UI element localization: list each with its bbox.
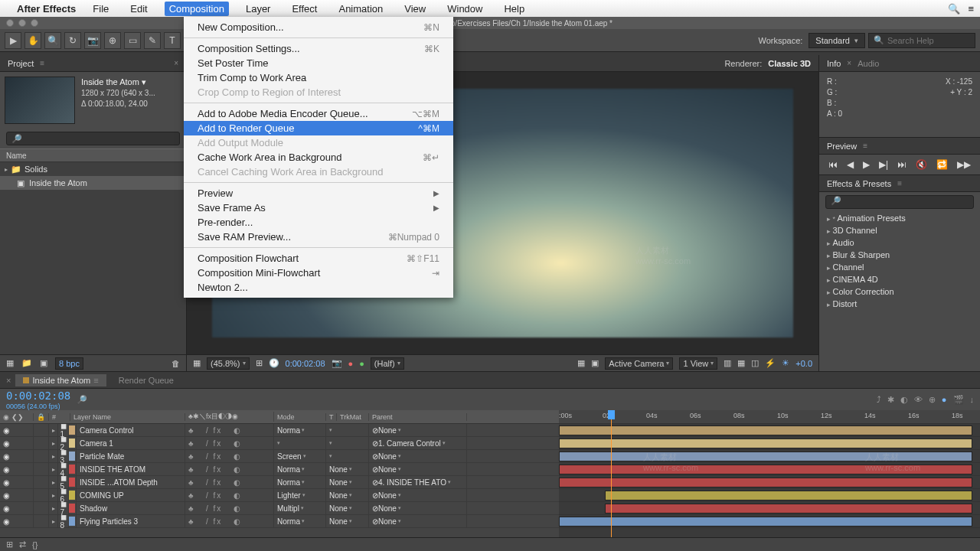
- project-tab[interactable]: Project: [8, 59, 34, 68]
- layer-row[interactable]: ◉▸◼ 2Camera 1♣ / fx ◐▾ ▾⊘ 1. Camera Cont…: [0, 437, 559, 450]
- menu-item[interactable]: Trim Comp to Work Area: [184, 70, 453, 85]
- menu-item[interactable]: Pre-render...: [184, 215, 453, 230]
- menu-item[interactable]: Save RAM Preview...⌘Numpad 0: [184, 230, 453, 244]
- audio-tab[interactable]: Audio: [858, 59, 879, 68]
- visibility-icon[interactable]: ◉: [3, 465, 10, 474]
- visibility-icon[interactable]: ◉: [3, 504, 10, 513]
- resolution-dropdown[interactable]: (Half)▾: [371, 357, 404, 370]
- play-icon[interactable]: ▶: [863, 159, 870, 170]
- effects-item[interactable]: Blur & Sharpen: [819, 249, 980, 261]
- effects-tab[interactable]: Effects & Presets: [827, 179, 891, 188]
- menu-item[interactable]: Add to Adobe Media Encoder Queue...⌥⌘M: [184, 106, 453, 121]
- selection-tool-icon[interactable]: ▶: [5, 32, 21, 49]
- menu-item[interactable]: Composition Mini-Flowchart⇥: [184, 266, 453, 280]
- timeline-tab-comp[interactable]: Inside the Atom≡: [15, 374, 106, 386]
- renderer-value[interactable]: Classic 3D: [768, 59, 811, 68]
- menu-file[interactable]: File: [88, 2, 113, 16]
- panel-close-icon[interactable]: ×: [174, 59, 178, 67]
- preview-tab[interactable]: Preview: [827, 142, 857, 151]
- effects-item[interactable]: Color Correction: [819, 285, 980, 298]
- new-folder-icon[interactable]: 📁: [21, 358, 32, 368]
- effects-item[interactable]: Animation Presets: [819, 212, 980, 224]
- pen-tool-icon[interactable]: ✎: [144, 32, 161, 49]
- rotate-tool-icon[interactable]: ↻: [64, 32, 81, 49]
- pan-behind-tool-icon[interactable]: ⊕: [104, 32, 121, 49]
- menu-item[interactable]: Set Poster Time: [184, 56, 453, 70]
- tl-opt7-icon[interactable]: 🎬: [953, 395, 964, 405]
- search-help[interactable]: 🔍: [868, 33, 975, 48]
- grid-icon[interactable]: ▦: [193, 358, 201, 368]
- menu-animation[interactable]: Animation: [334, 2, 387, 16]
- layer-bar[interactable]: [559, 465, 972, 474]
- exposure-value[interactable]: +0.0: [795, 359, 812, 368]
- project-search[interactable]: 🔎: [6, 132, 180, 145]
- views-dropdown[interactable]: 1 View▾: [679, 357, 717, 370]
- tl-opt3-icon[interactable]: ◐: [900, 395, 908, 405]
- layer-bar[interactable]: [559, 425, 972, 435]
- snapshot-icon[interactable]: 📷: [332, 358, 342, 368]
- 3d-icon[interactable]: ▣: [591, 358, 599, 368]
- tl-opt2-icon[interactable]: ✱: [887, 395, 894, 405]
- hand-tool-icon[interactable]: ✋: [24, 32, 41, 49]
- layer-bar[interactable]: [605, 504, 972, 514]
- tl-opt6-icon[interactable]: ●: [942, 395, 947, 404]
- layer-bar[interactable]: [559, 478, 972, 487]
- layer-row[interactable]: ◉▸◼ 8Flying Particles 3♣ / fx ◐Norma▾Non…: [0, 515, 559, 528]
- close-window-icon[interactable]: [6, 19, 14, 27]
- effects-item[interactable]: Audio: [819, 236, 980, 249]
- timeline-timecode[interactable]: 0:00:02:08: [6, 390, 70, 402]
- menu-item[interactable]: New Composition...⌘N: [184, 20, 453, 34]
- tl-opt1-icon[interactable]: ⤴: [877, 395, 881, 404]
- preview-menu-icon[interactable]: ≡: [863, 142, 867, 150]
- shape-tool-icon[interactable]: ▭: [124, 32, 141, 49]
- menu-window[interactable]: Window: [443, 2, 487, 16]
- layer-row[interactable]: ◉▸◼ 5INSIDE ...ATOM Depth♣ / fx ◐Norma▾N…: [0, 476, 559, 489]
- interp-icon[interactable]: ▦: [6, 358, 14, 368]
- project-item-comp[interactable]: ▣ Inside the Atom: [0, 176, 186, 190]
- menu-composition[interactable]: Composition: [165, 2, 229, 16]
- new-comp-icon[interactable]: ▣: [40, 358, 47, 368]
- effects-item[interactable]: Channel: [819, 261, 980, 273]
- comp-name[interactable]: Inside the Atom ▾: [81, 77, 155, 88]
- visibility-icon[interactable]: ◉: [3, 426, 10, 435]
- clock-icon[interactable]: 🕐: [269, 358, 279, 368]
- menu-view[interactable]: View: [400, 2, 430, 16]
- channel-icon[interactable]: ●: [348, 359, 354, 368]
- menu-item[interactable]: Cache Work Area in Background⌘↵: [184, 150, 453, 165]
- menu-item[interactable]: Composition Settings...⌘K: [184, 41, 453, 56]
- visibility-icon[interactable]: ◉: [3, 452, 10, 461]
- layer-row[interactable]: ◉▸◼ 7Shadow♣ / fx ◐Multipl▾None ▾⊘ None▾: [0, 502, 559, 515]
- menu-layer[interactable]: Layer: [241, 2, 276, 16]
- camera-tool-icon[interactable]: 📷: [84, 32, 101, 49]
- zoom-dropdown[interactable]: (45.8%)▾: [207, 357, 250, 370]
- search-help-input[interactable]: [887, 36, 970, 45]
- trash-icon[interactable]: 🗑: [172, 359, 180, 368]
- ram-preview-icon[interactable]: ▶▶: [957, 159, 971, 170]
- playhead[interactable]: [611, 410, 612, 537]
- first-frame-icon[interactable]: ⏮: [828, 159, 838, 170]
- menu-item[interactable]: Add to Render Queue^⌘M: [184, 121, 453, 135]
- effects-item[interactable]: CINEMA 4D: [819, 273, 980, 285]
- channel2-icon[interactable]: ●: [359, 359, 364, 368]
- layer-bar[interactable]: [559, 439, 972, 448]
- bpc-button[interactable]: 8 bpc: [55, 357, 83, 370]
- viewer-timecode[interactable]: 0:00:02:08: [286, 359, 325, 368]
- pixel-aspect-icon[interactable]: ◫: [751, 358, 759, 368]
- menu-item[interactable]: Composition Flowchart⌘⇧F11: [184, 251, 453, 266]
- panel-menu-icon[interactable]: ≡: [40, 59, 44, 67]
- tl-toggle2-icon[interactable]: ⇄: [19, 540, 26, 549]
- tl-search-icon[interactable]: 🔎: [77, 395, 87, 405]
- next-frame-icon[interactable]: ▶|: [879, 159, 888, 170]
- zoom-window-icon[interactable]: [31, 19, 38, 27]
- visibility-icon[interactable]: ◉: [3, 478, 10, 487]
- effects-item[interactable]: 3D Channel: [819, 224, 980, 236]
- project-item-solids[interactable]: ▸ 📁 Solids: [0, 162, 186, 176]
- workspace-dropdown[interactable]: Standard▾: [808, 33, 865, 48]
- menu-item[interactable]: Newton 2...: [184, 280, 453, 295]
- spotlight-icon[interactable]: 🔍: [948, 3, 960, 15]
- transparency-icon[interactable]: ▦: [577, 358, 585, 368]
- menu-edit[interactable]: Edit: [126, 2, 152, 16]
- visibility-icon[interactable]: ◉: [3, 439, 10, 448]
- layer-row[interactable]: ◉▸◼ 6COMING UP♣ / fx ◐Lighter▾None ▾⊘ No…: [0, 489, 559, 502]
- menu-item[interactable]: Save Frame As▶: [184, 201, 453, 215]
